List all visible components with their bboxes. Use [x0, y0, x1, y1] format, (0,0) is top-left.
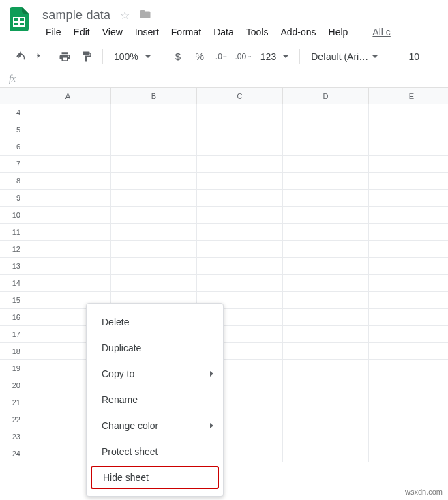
- cell[interactable]: [369, 156, 448, 173]
- cell[interactable]: [369, 190, 448, 207]
- cell[interactable]: [197, 104, 283, 121]
- cell[interactable]: [197, 190, 283, 207]
- formula-input[interactable]: [25, 70, 448, 87]
- menu-insert[interactable]: Insert: [129, 24, 165, 40]
- row-header[interactable]: 16: [0, 309, 25, 326]
- cell[interactable]: [369, 411, 448, 428]
- cell[interactable]: [369, 258, 448, 275]
- cell[interactable]: [369, 104, 448, 121]
- row-header[interactable]: 23: [0, 428, 25, 445]
- undo-icon[interactable]: [12, 47, 30, 66]
- cell[interactable]: [111, 190, 197, 207]
- cell[interactable]: [283, 121, 369, 138]
- row-header[interactable]: 19: [0, 360, 25, 377]
- col-header[interactable]: A: [25, 88, 111, 104]
- redo-icon[interactable]: [34, 47, 52, 66]
- cell[interactable]: [283, 190, 369, 207]
- cell[interactable]: [111, 156, 197, 173]
- menu-view[interactable]: View: [96, 24, 129, 40]
- cell[interactable]: [283, 360, 369, 377]
- cell[interactable]: [369, 292, 448, 309]
- row-header[interactable]: 22: [0, 411, 25, 428]
- cell[interactable]: [25, 104, 111, 121]
- cell[interactable]: [25, 224, 111, 241]
- cell[interactable]: [369, 224, 448, 241]
- context-menu-delete[interactable]: Delete: [87, 309, 223, 335]
- cell[interactable]: [283, 275, 369, 292]
- cell[interactable]: [369, 360, 448, 377]
- cell[interactable]: [283, 428, 369, 445]
- cell[interactable]: [111, 138, 197, 156]
- row-header[interactable]: 6: [0, 138, 25, 156]
- currency-icon[interactable]: $: [169, 47, 187, 66]
- context-menu-rename[interactable]: Rename: [87, 387, 223, 413]
- row-header[interactable]: 9: [0, 190, 25, 207]
- row-header[interactable]: 14: [0, 275, 25, 292]
- row-header[interactable]: 24: [0, 445, 25, 462]
- font-size-input[interactable]: 10: [400, 51, 428, 62]
- cell[interactable]: [369, 343, 448, 360]
- row-header[interactable]: 15: [0, 292, 25, 309]
- row-header[interactable]: 8: [0, 173, 25, 190]
- menu-format[interactable]: Format: [165, 24, 207, 40]
- cell[interactable]: [369, 394, 448, 411]
- cell[interactable]: [111, 241, 197, 258]
- cell[interactable]: [111, 207, 197, 224]
- row-header[interactable]: 7: [0, 156, 25, 173]
- print-icon[interactable]: [56, 47, 74, 66]
- row-header[interactable]: 18: [0, 343, 25, 360]
- cell[interactable]: [369, 275, 448, 292]
- cell[interactable]: [25, 207, 111, 224]
- cell[interactable]: [111, 258, 197, 275]
- increase-decimal-icon[interactable]: .00→: [235, 47, 252, 66]
- context-menu-duplicate[interactable]: Duplicate: [87, 335, 223, 361]
- row-header[interactable]: 4: [0, 104, 25, 121]
- document-title[interactable]: sample data: [42, 8, 110, 23]
- col-header[interactable]: D: [283, 88, 369, 104]
- menu-edit[interactable]: Edit: [68, 24, 96, 40]
- cell[interactable]: [369, 138, 448, 156]
- row-header[interactable]: 10: [0, 207, 25, 224]
- decrease-decimal-icon[interactable]: .0←: [213, 47, 230, 66]
- cell[interactable]: [283, 173, 369, 190]
- cell[interactable]: [283, 326, 369, 343]
- cell[interactable]: [25, 138, 111, 156]
- cell[interactable]: [283, 343, 369, 360]
- cell[interactable]: [111, 173, 197, 190]
- context-menu-copy-to[interactable]: Copy to: [87, 361, 223, 387]
- row-header[interactable]: 13: [0, 258, 25, 275]
- cell[interactable]: [369, 241, 448, 258]
- percent-icon[interactable]: %: [191, 47, 209, 66]
- folder-icon[interactable]: [139, 8, 151, 23]
- cell[interactable]: [283, 411, 369, 428]
- col-header[interactable]: B: [111, 88, 197, 104]
- row-header[interactable]: 20: [0, 377, 25, 394]
- cell[interactable]: [283, 394, 369, 411]
- row-header[interactable]: 12: [0, 241, 25, 258]
- star-icon[interactable]: ☆: [120, 9, 130, 22]
- cell[interactable]: [25, 190, 111, 207]
- cell[interactable]: [369, 309, 448, 326]
- zoom-select[interactable]: 100%: [110, 51, 155, 62]
- context-menu-hide-sheet[interactable]: Hide sheet: [91, 466, 219, 489]
- cell[interactable]: [25, 156, 111, 173]
- cell[interactable]: [283, 156, 369, 173]
- cell[interactable]: [283, 258, 369, 275]
- cell[interactable]: [111, 121, 197, 138]
- cell[interactable]: [369, 377, 448, 394]
- cell[interactable]: [283, 377, 369, 394]
- menu-addons[interactable]: Add-ons: [274, 24, 322, 40]
- paint-format-icon[interactable]: [78, 47, 95, 66]
- cell[interactable]: [369, 445, 448, 462]
- menu-tools[interactable]: Tools: [240, 24, 275, 40]
- cell[interactable]: [197, 121, 283, 138]
- row-header[interactable]: 21: [0, 394, 25, 411]
- row-header[interactable]: 17: [0, 326, 25, 343]
- cell[interactable]: [25, 173, 111, 190]
- menu-help[interactable]: Help: [323, 24, 355, 40]
- cell[interactable]: [369, 428, 448, 445]
- col-header[interactable]: E: [369, 88, 448, 104]
- cell[interactable]: [369, 173, 448, 190]
- cell[interactable]: [111, 275, 197, 292]
- context-menu-change-color[interactable]: Change color: [87, 413, 223, 439]
